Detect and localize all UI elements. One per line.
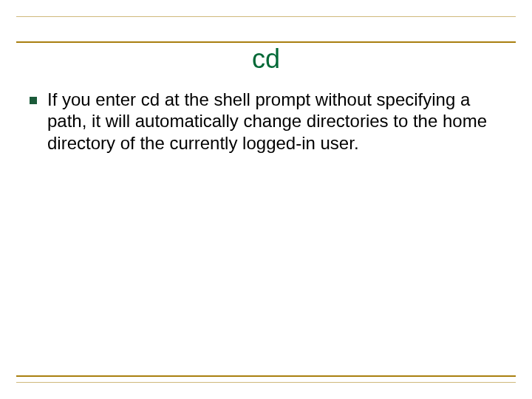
content-area: If you enter cd at the shell prompt with… (30, 89, 489, 154)
bullet-item: If you enter cd at the shell prompt with… (30, 89, 489, 154)
bottom-rule-thin (16, 382, 516, 383)
bullet-text: If you enter cd at the shell prompt with… (47, 89, 489, 154)
top-rule-thin (16, 16, 516, 17)
bullet-icon (30, 97, 37, 104)
slide-title: cd (0, 44, 532, 75)
slide-container: cd If you enter cd at the shell prompt w… (0, 0, 532, 399)
